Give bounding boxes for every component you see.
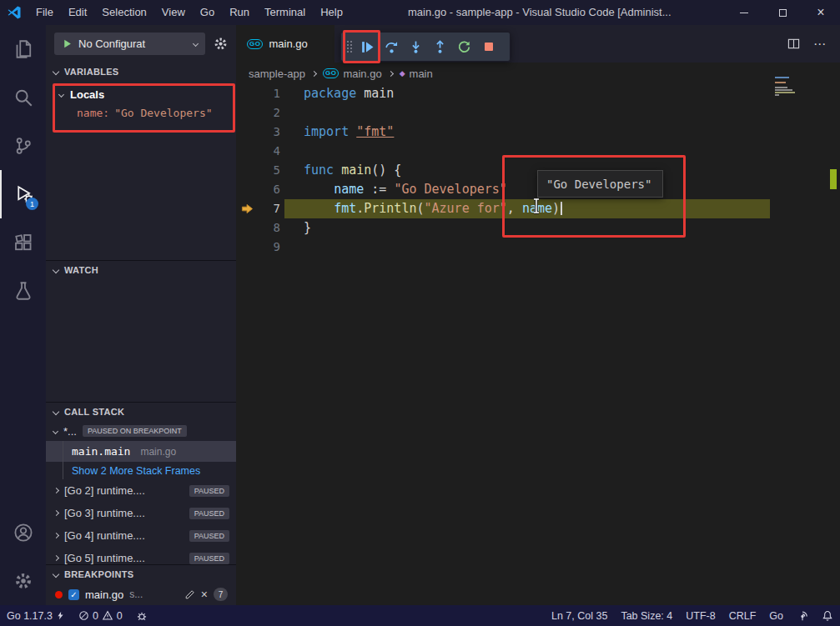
gutter-glyph[interactable] [236, 123, 258, 142]
step-out-button[interactable] [428, 34, 452, 59]
breadcrumb-folder[interactable]: sample-app [249, 68, 305, 80]
code-line-8[interactable]: 8} [236, 218, 828, 238]
code-token: := [364, 182, 394, 197]
code-line-6[interactable]: 6 name := "Go Developers" [236, 180, 828, 199]
source-control-icon[interactable] [0, 122, 46, 170]
variables-header[interactable]: VARIABLES [46, 63, 236, 81]
restart-button[interactable] [452, 34, 476, 59]
status-eol[interactable]: CRLF [722, 605, 763, 626]
breadcrumb-symbol[interactable]: ◆main [400, 68, 433, 80]
split-editor-icon[interactable] [787, 38, 800, 50]
close-button[interactable]: × [802, 0, 840, 25]
code-line-4[interactable]: 4 [236, 142, 828, 161]
settings-gear-icon[interactable] [0, 557, 46, 605]
extensions-icon[interactable] [0, 218, 46, 267]
breadcrumb-file[interactable]: GOmain.go [323, 68, 382, 80]
menu-go[interactable]: Go [193, 0, 222, 25]
goroutine-row-5[interactable]: [Go 5] runtime....PAUSED [46, 547, 236, 564]
menu-help[interactable]: Help [313, 0, 350, 25]
gutter-glyph[interactable] [236, 84, 258, 103]
testing-icon[interactable] [0, 267, 46, 315]
show-more-frames-link[interactable]: Show 2 More Stack Frames [46, 462, 236, 479]
line-number[interactable]: 8 [258, 218, 280, 238]
gutter-glyph[interactable] [236, 238, 258, 257]
gutter-glyph[interactable] [236, 180, 258, 199]
line-number[interactable]: 5 [258, 161, 280, 180]
stop-button[interactable] [476, 34, 500, 59]
menu-edit[interactable]: Edit [61, 0, 94, 25]
code-text[interactable]: func main() { [304, 161, 401, 180]
gutter-glyph[interactable] [236, 103, 258, 123]
line-number[interactable]: 6 [258, 180, 280, 199]
line-number[interactable]: 9 [258, 238, 280, 257]
variable-row[interactable]: name: "Go Developers" [46, 103, 236, 122]
code-text[interactable]: import "fmt" [304, 123, 394, 142]
watch-header[interactable]: WATCH [46, 261, 236, 279]
step-into-button[interactable] [404, 34, 428, 59]
menu-run[interactable]: Run [222, 0, 257, 25]
breakpoints-header[interactable]: BREAKPOINTS [46, 565, 236, 583]
goroutine-row-4[interactable]: [Go 4] runtime....PAUSED [46, 524, 236, 547]
maximize-button[interactable] [763, 0, 802, 25]
continue-button[interactable] [355, 34, 380, 59]
config-gear-icon[interactable] [214, 37, 228, 51]
status-problems[interactable]: 0 0 [72, 605, 129, 626]
status-encoding[interactable]: UTF-8 [679, 605, 722, 626]
remove-breakpoint-icon[interactable]: × [201, 588, 208, 600]
code-token: } [304, 220, 311, 235]
line-number[interactable]: 7 [258, 199, 280, 218]
stack-frame-row[interactable]: main.main main.go [46, 441, 236, 462]
search-icon[interactable] [0, 73, 46, 122]
notifications-bell-icon[interactable] [815, 605, 840, 626]
step-over-button[interactable] [380, 34, 404, 59]
remote-icon[interactable] [790, 605, 815, 626]
code-line-9[interactable]: 9 [236, 238, 828, 257]
line-number[interactable]: 4 [258, 142, 280, 161]
thread-label: *... [63, 425, 77, 438]
code-token: fmt [334, 201, 356, 216]
launch-config-select[interactable]: No Configurat [54, 33, 205, 55]
edit-breakpoint-icon[interactable] [184, 589, 195, 600]
frame-file: main.go [140, 446, 176, 458]
menu-view[interactable]: View [154, 0, 193, 25]
tab-main-go[interactable]: GO main.go [236, 25, 334, 63]
code-line-3[interactable]: 3import "fmt" [236, 123, 828, 142]
locals-scope-row[interactable]: Locals [46, 85, 236, 103]
debug-status-icon[interactable] [129, 605, 154, 626]
menu-selection[interactable]: Selection [94, 0, 153, 25]
status-language[interactable]: Go [762, 605, 790, 626]
line-number[interactable]: 3 [258, 123, 280, 142]
goroutine-row-3[interactable]: [Go 3] runtime....PAUSED [46, 502, 236, 524]
line-number[interactable]: 2 [258, 103, 280, 123]
minimap[interactable] [775, 77, 797, 97]
goroutine-row-2[interactable]: [Go 2] runtime....PAUSED [46, 479, 236, 502]
current-frame-arrow-icon[interactable] [236, 199, 258, 218]
thread-row[interactable]: *... PAUSED ON BREAKPOINT [46, 421, 236, 441]
code-line-5[interactable]: 5func main() { [236, 161, 828, 180]
code-text[interactable]: fmt.Println("Azure for", name) [304, 199, 562, 218]
code-text[interactable]: } [304, 218, 311, 238]
gutter-glyph[interactable] [236, 161, 258, 180]
toolbar-drag-handle[interactable] [344, 39, 355, 54]
run-debug-icon[interactable]: 1 [0, 170, 46, 218]
breakpoint-row[interactable]: ✓ main.go s... × 7 [46, 583, 236, 605]
status-tab-size[interactable]: Tab Size: 4 [614, 605, 679, 626]
more-actions-icon[interactable]: ⋯ [813, 37, 827, 52]
explorer-icon[interactable] [0, 25, 46, 73]
code-text[interactable]: name := "Go Developers" [304, 180, 507, 199]
line-number[interactable]: 1 [258, 84, 280, 103]
code-text[interactable]: package main [304, 84, 394, 103]
code-line-1[interactable]: 1package main [236, 84, 828, 103]
breakpoint-checkbox[interactable]: ✓ [68, 589, 79, 600]
gutter-glyph[interactable] [236, 142, 258, 161]
status-go-version[interactable]: Go 1.17.3 [0, 605, 72, 626]
gutter-glyph[interactable] [236, 218, 258, 238]
menu-terminal[interactable]: Terminal [257, 0, 313, 25]
minimize-button[interactable] [725, 0, 763, 25]
code-line-2[interactable]: 2 [236, 103, 828, 123]
accounts-icon[interactable] [0, 508, 46, 557]
status-line-col[interactable]: Ln 7, Col 35 [545, 605, 614, 626]
code-token: Println [364, 201, 416, 216]
call-stack-header[interactable]: CALL STACK [46, 403, 236, 421]
menu-file[interactable]: File [28, 0, 61, 25]
